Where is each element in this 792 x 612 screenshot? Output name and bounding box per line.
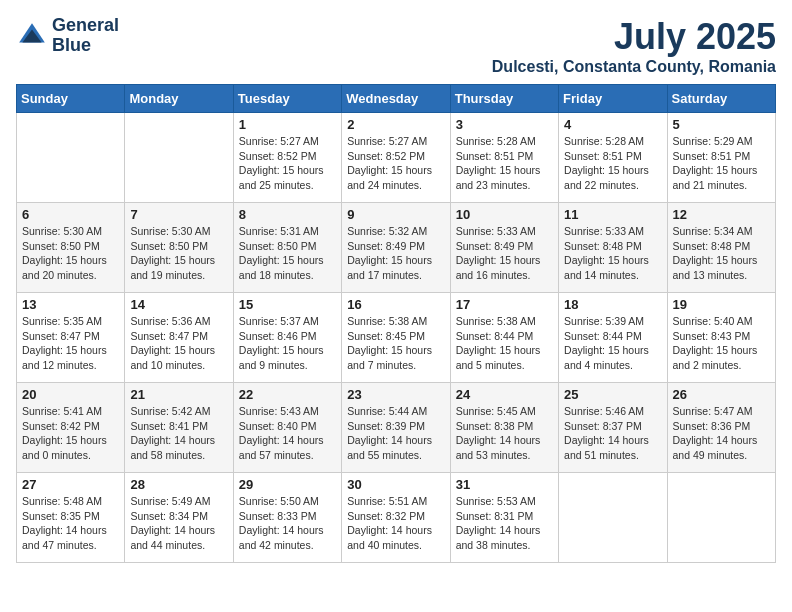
day-info: Sunrise: 5:45 AM Sunset: 8:38 PM Dayligh…: [456, 404, 553, 463]
calendar-header-cell: Thursday: [450, 85, 558, 113]
day-info: Sunrise: 5:32 AM Sunset: 8:49 PM Dayligh…: [347, 224, 444, 283]
calendar-day-cell: 26Sunrise: 5:47 AM Sunset: 8:36 PM Dayli…: [667, 383, 775, 473]
calendar-day-cell: 8Sunrise: 5:31 AM Sunset: 8:50 PM Daylig…: [233, 203, 341, 293]
calendar-day-cell: 30Sunrise: 5:51 AM Sunset: 8:32 PM Dayli…: [342, 473, 450, 563]
day-number: 23: [347, 387, 444, 402]
day-info: Sunrise: 5:30 AM Sunset: 8:50 PM Dayligh…: [22, 224, 119, 283]
day-info: Sunrise: 5:38 AM Sunset: 8:44 PM Dayligh…: [456, 314, 553, 373]
calendar-day-cell: 28Sunrise: 5:49 AM Sunset: 8:34 PM Dayli…: [125, 473, 233, 563]
calendar-header-cell: Monday: [125, 85, 233, 113]
day-info: Sunrise: 5:50 AM Sunset: 8:33 PM Dayligh…: [239, 494, 336, 553]
calendar-header-row: SundayMondayTuesdayWednesdayThursdayFrid…: [17, 85, 776, 113]
calendar-day-cell: 23Sunrise: 5:44 AM Sunset: 8:39 PM Dayli…: [342, 383, 450, 473]
day-number: 28: [130, 477, 227, 492]
calendar-header-cell: Saturday: [667, 85, 775, 113]
day-number: 19: [673, 297, 770, 312]
calendar-header-cell: Tuesday: [233, 85, 341, 113]
day-number: 8: [239, 207, 336, 222]
logo: General Blue: [16, 16, 119, 56]
day-info: Sunrise: 5:35 AM Sunset: 8:47 PM Dayligh…: [22, 314, 119, 373]
day-number: 18: [564, 297, 661, 312]
day-number: 6: [22, 207, 119, 222]
day-info: Sunrise: 5:38 AM Sunset: 8:45 PM Dayligh…: [347, 314, 444, 373]
day-number: 5: [673, 117, 770, 132]
day-number: 25: [564, 387, 661, 402]
day-number: 24: [456, 387, 553, 402]
logo-text: General Blue: [52, 16, 119, 56]
day-number: 14: [130, 297, 227, 312]
day-number: 17: [456, 297, 553, 312]
calendar-day-cell: 17Sunrise: 5:38 AM Sunset: 8:44 PM Dayli…: [450, 293, 558, 383]
day-info: Sunrise: 5:34 AM Sunset: 8:48 PM Dayligh…: [673, 224, 770, 283]
calendar-day-cell: 27Sunrise: 5:48 AM Sunset: 8:35 PM Dayli…: [17, 473, 125, 563]
calendar-day-cell: 12Sunrise: 5:34 AM Sunset: 8:48 PM Dayli…: [667, 203, 775, 293]
calendar-week-row: 20Sunrise: 5:41 AM Sunset: 8:42 PM Dayli…: [17, 383, 776, 473]
day-number: 30: [347, 477, 444, 492]
logo-icon: [16, 20, 48, 52]
day-number: 20: [22, 387, 119, 402]
day-info: Sunrise: 5:48 AM Sunset: 8:35 PM Dayligh…: [22, 494, 119, 553]
location-title: Dulcesti, Constanta County, Romania: [492, 58, 776, 76]
calendar-header-cell: Sunday: [17, 85, 125, 113]
calendar-week-row: 6Sunrise: 5:30 AM Sunset: 8:50 PM Daylig…: [17, 203, 776, 293]
day-info: Sunrise: 5:51 AM Sunset: 8:32 PM Dayligh…: [347, 494, 444, 553]
day-info: Sunrise: 5:46 AM Sunset: 8:37 PM Dayligh…: [564, 404, 661, 463]
day-number: 12: [673, 207, 770, 222]
calendar-day-cell: 1Sunrise: 5:27 AM Sunset: 8:52 PM Daylig…: [233, 113, 341, 203]
day-number: 26: [673, 387, 770, 402]
calendar-day-cell: 13Sunrise: 5:35 AM Sunset: 8:47 PM Dayli…: [17, 293, 125, 383]
calendar-day-cell: 19Sunrise: 5:40 AM Sunset: 8:43 PM Dayli…: [667, 293, 775, 383]
calendar-day-cell: 7Sunrise: 5:30 AM Sunset: 8:50 PM Daylig…: [125, 203, 233, 293]
calendar-day-cell: 31Sunrise: 5:53 AM Sunset: 8:31 PM Dayli…: [450, 473, 558, 563]
day-info: Sunrise: 5:33 AM Sunset: 8:49 PM Dayligh…: [456, 224, 553, 283]
day-info: Sunrise: 5:44 AM Sunset: 8:39 PM Dayligh…: [347, 404, 444, 463]
day-number: 13: [22, 297, 119, 312]
day-number: 7: [130, 207, 227, 222]
day-info: Sunrise: 5:49 AM Sunset: 8:34 PM Dayligh…: [130, 494, 227, 553]
calendar-header-cell: Friday: [559, 85, 667, 113]
day-info: Sunrise: 5:33 AM Sunset: 8:48 PM Dayligh…: [564, 224, 661, 283]
day-number: 16: [347, 297, 444, 312]
day-number: 2: [347, 117, 444, 132]
calendar-day-cell: 14Sunrise: 5:36 AM Sunset: 8:47 PM Dayli…: [125, 293, 233, 383]
day-number: 15: [239, 297, 336, 312]
day-info: Sunrise: 5:37 AM Sunset: 8:46 PM Dayligh…: [239, 314, 336, 373]
calendar-day-cell: [125, 113, 233, 203]
day-number: 31: [456, 477, 553, 492]
day-number: 3: [456, 117, 553, 132]
day-number: 11: [564, 207, 661, 222]
calendar-week-row: 27Sunrise: 5:48 AM Sunset: 8:35 PM Dayli…: [17, 473, 776, 563]
day-info: Sunrise: 5:29 AM Sunset: 8:51 PM Dayligh…: [673, 134, 770, 193]
calendar-day-cell: 21Sunrise: 5:42 AM Sunset: 8:41 PM Dayli…: [125, 383, 233, 473]
day-info: Sunrise: 5:53 AM Sunset: 8:31 PM Dayligh…: [456, 494, 553, 553]
day-number: 27: [22, 477, 119, 492]
day-info: Sunrise: 5:43 AM Sunset: 8:40 PM Dayligh…: [239, 404, 336, 463]
calendar-day-cell: 10Sunrise: 5:33 AM Sunset: 8:49 PM Dayli…: [450, 203, 558, 293]
calendar-body: 1Sunrise: 5:27 AM Sunset: 8:52 PM Daylig…: [17, 113, 776, 563]
calendar-day-cell: 2Sunrise: 5:27 AM Sunset: 8:52 PM Daylig…: [342, 113, 450, 203]
calendar-day-cell: 29Sunrise: 5:50 AM Sunset: 8:33 PM Dayli…: [233, 473, 341, 563]
calendar-day-cell: 22Sunrise: 5:43 AM Sunset: 8:40 PM Dayli…: [233, 383, 341, 473]
calendar-day-cell: [667, 473, 775, 563]
calendar-header-cell: Wednesday: [342, 85, 450, 113]
day-info: Sunrise: 5:27 AM Sunset: 8:52 PM Dayligh…: [347, 134, 444, 193]
calendar-day-cell: 6Sunrise: 5:30 AM Sunset: 8:50 PM Daylig…: [17, 203, 125, 293]
calendar-week-row: 1Sunrise: 5:27 AM Sunset: 8:52 PM Daylig…: [17, 113, 776, 203]
day-info: Sunrise: 5:36 AM Sunset: 8:47 PM Dayligh…: [130, 314, 227, 373]
calendar-day-cell: [17, 113, 125, 203]
calendar-day-cell: 5Sunrise: 5:29 AM Sunset: 8:51 PM Daylig…: [667, 113, 775, 203]
day-number: 9: [347, 207, 444, 222]
calendar-day-cell: 3Sunrise: 5:28 AM Sunset: 8:51 PM Daylig…: [450, 113, 558, 203]
day-number: 22: [239, 387, 336, 402]
calendar-day-cell: 9Sunrise: 5:32 AM Sunset: 8:49 PM Daylig…: [342, 203, 450, 293]
page-header: General Blue July 2025 Dulcesti, Constan…: [16, 16, 776, 76]
calendar-day-cell: 16Sunrise: 5:38 AM Sunset: 8:45 PM Dayli…: [342, 293, 450, 383]
title-block: July 2025 Dulcesti, Constanta County, Ro…: [492, 16, 776, 76]
day-number: 10: [456, 207, 553, 222]
calendar-day-cell: 20Sunrise: 5:41 AM Sunset: 8:42 PM Dayli…: [17, 383, 125, 473]
day-info: Sunrise: 5:39 AM Sunset: 8:44 PM Dayligh…: [564, 314, 661, 373]
calendar-day-cell: 4Sunrise: 5:28 AM Sunset: 8:51 PM Daylig…: [559, 113, 667, 203]
day-number: 21: [130, 387, 227, 402]
calendar-day-cell: 25Sunrise: 5:46 AM Sunset: 8:37 PM Dayli…: [559, 383, 667, 473]
calendar-table: SundayMondayTuesdayWednesdayThursdayFrid…: [16, 84, 776, 563]
